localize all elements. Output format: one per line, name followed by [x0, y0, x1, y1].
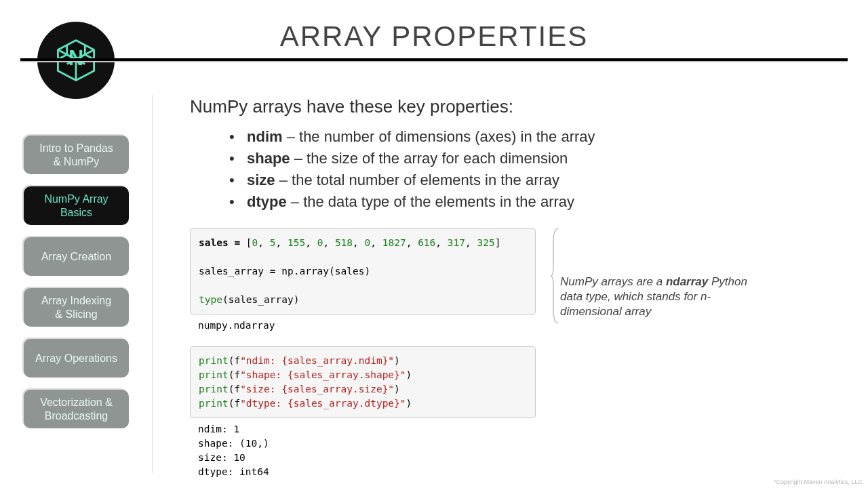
lead-text: NumPy arrays have these key properties:	[190, 96, 841, 117]
sidebar-item-2[interactable]: Array Creation	[24, 237, 129, 276]
property-item-dtype: dtype – the data type of the elements in…	[224, 193, 841, 211]
title-divider	[20, 58, 848, 61]
property-list: ndim – the number of dimensions (axes) i…	[224, 128, 841, 211]
code-area-2: print(f"ndim: {sales_array.ndim}") print…	[190, 346, 536, 483]
annotation-text: NumPy arrays are a ndarray Python data t…	[560, 274, 768, 319]
page-title: ARRAY PROPERTIES	[0, 20, 868, 53]
output-1: numpy.ndarray	[190, 314, 536, 337]
sidebar: Intro to Pandas& NumPyNumPy ArrayBasicsA…	[24, 136, 129, 441]
copyright-footer: *Copyright Maven Analytics, LLC	[774, 479, 863, 485]
sidebar-item-4[interactable]: Array Operations	[24, 339, 129, 378]
property-item-shape: shape – the size of the array for each d…	[224, 150, 841, 167]
code-block-1: sales = [0, 5, 155, 0, 518, 0, 1827, 616…	[190, 228, 536, 314]
property-item-size: size – the total number of elements in t…	[224, 171, 841, 189]
sidebar-item-5[interactable]: Vectorization &Broadcasting	[24, 390, 129, 428]
code-block-2: print(f"ndim: {sales_array.ndim}") print…	[190, 346, 536, 418]
annotation-1: NumPy arrays are a ndarray Python data t…	[551, 228, 768, 319]
sidebar-item-1[interactable]: NumPy ArrayBasics	[24, 186, 129, 225]
property-item-ndim: ndim – the number of dimensions (axes) i…	[224, 128, 841, 146]
vertical-divider	[152, 95, 153, 473]
page-title-row: ARRAY PROPERTIES	[0, 20, 868, 53]
sidebar-item-3[interactable]: Array Indexing& Slicing	[24, 288, 129, 327]
output-2: ndim: 1 shape: (10,) size: 10 dtype: int…	[190, 418, 536, 483]
sidebar-item-0[interactable]: Intro to Pandas& NumPy	[24, 136, 129, 174]
main-content: NumPy arrays have these key properties: …	[190, 96, 841, 483]
code-area-1: sales = [0, 5, 155, 0, 518, 0, 1827, 616…	[190, 228, 841, 337]
brace-icon	[551, 228, 559, 323]
